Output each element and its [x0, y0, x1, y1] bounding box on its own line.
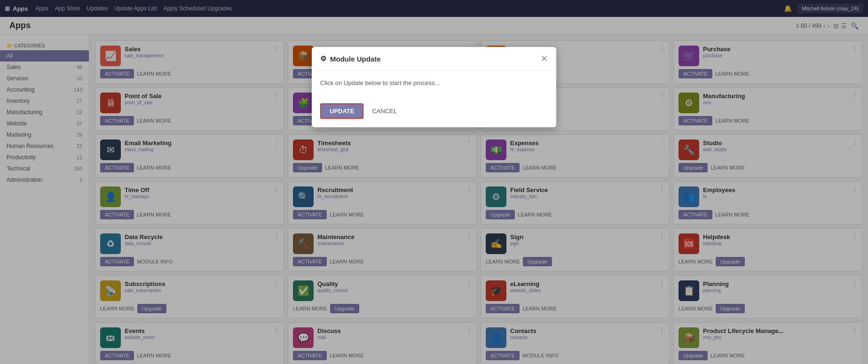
- modal-overlay: ⚙ Module Update ✕ Click on Update below …: [0, 0, 868, 364]
- modal-gear-icon: ⚙: [320, 54, 326, 63]
- update-button[interactable]: UPDATE: [320, 103, 363, 119]
- modal-header: ⚙ Module Update ✕: [312, 47, 556, 71]
- modal-description: Click on Update below to start the proce…: [320, 79, 548, 86]
- modal-title-text: Module Update: [330, 55, 381, 63]
- modal-footer: UPDATE CANCEL: [312, 99, 556, 127]
- modal-title: ⚙ Module Update: [320, 54, 381, 63]
- modal-body: Click on Update below to start the proce…: [312, 71, 556, 99]
- modal-close-button[interactable]: ✕: [541, 54, 548, 64]
- module-update-modal: ⚙ Module Update ✕ Click on Update below …: [312, 47, 556, 127]
- cancel-button[interactable]: CANCEL: [368, 104, 401, 118]
